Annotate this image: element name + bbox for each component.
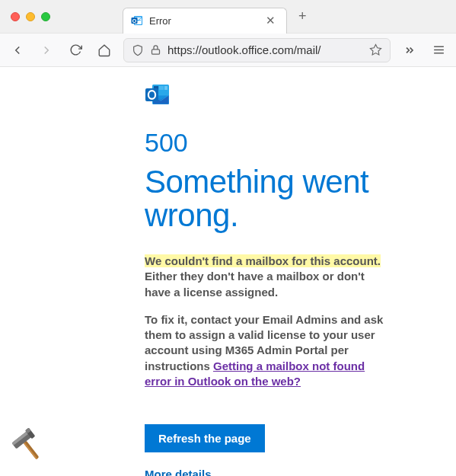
url-text[interactable]: https://outlook.office.com/mail/ [167,43,363,56]
home-button[interactable] [94,40,114,60]
outlook-logo-icon [145,82,171,108]
browser-toolbar: https://outlook.office.com/mail/ [0,34,456,67]
message-remainder: Either they don't have a mailbox or don'… [145,270,365,298]
reload-button[interactable] [65,40,85,60]
back-button[interactable] [8,40,27,60]
overflow-button[interactable] [400,40,419,60]
browser-tab[interactable]: O Error ✕ [123,8,287,34]
refresh-button[interactable]: Refresh the page [145,424,265,452]
window-controls [11,12,50,21]
new-tab-button[interactable]: + [298,8,307,24]
close-tab-icon[interactable]: ✕ [263,14,279,27]
error-body: We couldn't find a mailbox for this acco… [145,254,388,389]
maximize-window-button[interactable] [41,12,50,21]
highlighted-message: We couldn't find a mailbox for this acco… [145,254,381,267]
svg-rect-14 [164,86,167,90]
error-code: 500 [145,128,433,158]
more-details-link[interactable]: More details [145,468,433,476]
page-content: 500 Something went wrong. We couldn't fi… [0,67,456,476]
tab-title: Error [149,15,263,27]
bookmark-icon[interactable] [369,43,382,56]
shield-icon[interactable] [132,44,144,56]
outlook-favicon: O [131,14,143,27]
minimize-window-button[interactable] [26,12,35,21]
svg-rect-23 [23,442,37,459]
svg-rect-16 [159,91,164,94]
svg-rect-22 [23,440,39,459]
svg-rect-6 [152,50,160,54]
svg-text:O: O [132,18,137,24]
address-bar[interactable]: https://outlook.office.com/mail/ [123,38,391,62]
forward-button[interactable] [37,40,56,60]
lock-icon[interactable] [150,44,161,56]
browser-titlebar: O Error ✕ + [0,0,456,34]
hammer-icon [9,426,47,465]
svg-marker-7 [370,44,381,54]
hamburger-menu-button[interactable] [429,40,448,60]
svg-rect-13 [159,86,164,90]
close-window-button[interactable] [11,12,20,21]
error-heading: Something went wrong. [145,165,433,232]
